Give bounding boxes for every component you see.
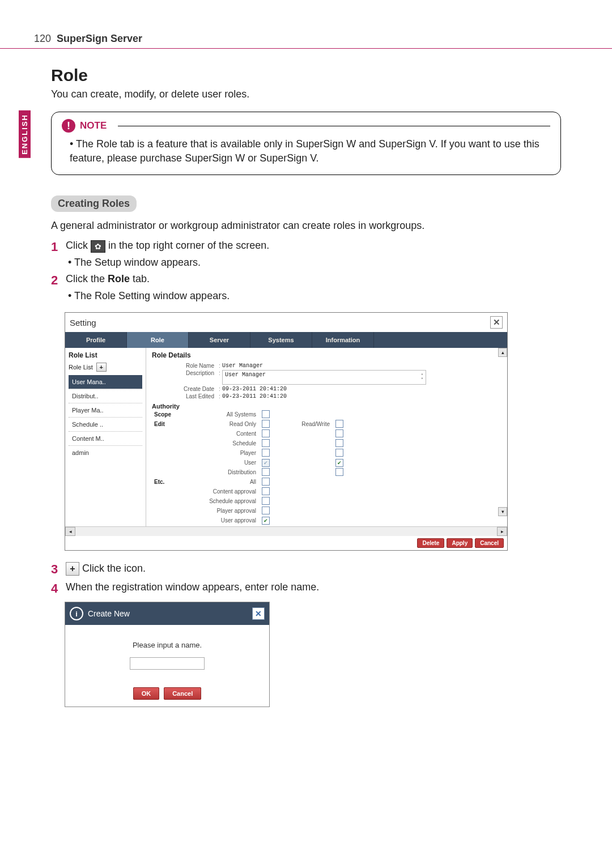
- checkbox-user-approval[interactable]: ✔: [262, 517, 270, 525]
- step-3-text: Click the icon.: [82, 563, 146, 574]
- name-input[interactable]: [130, 657, 205, 670]
- role-list-add-row: Role List +: [69, 363, 142, 372]
- section-title: SuperSign Server: [57, 33, 142, 45]
- row-user-approval: User approval: [188, 517, 262, 524]
- row-schedule-approval: Schedule approval: [188, 498, 262, 504]
- delete-button[interactable]: Delete: [417, 538, 444, 548]
- row-user: User: [188, 459, 262, 466]
- checkbox-schedule-rw[interactable]: [335, 439, 343, 447]
- scroll-left-icon[interactable]: ◂: [65, 527, 75, 536]
- create-date-value: 09-23-2011 20:41:20: [222, 386, 287, 392]
- role-item-schedule[interactable]: Schedule ..: [69, 417, 142, 431]
- cancel-button[interactable]: Cancel: [475, 538, 504, 548]
- dialog-cancel-button[interactable]: Cancel: [164, 687, 201, 700]
- page-title: Role: [51, 66, 561, 85]
- description-label: Description: [152, 370, 219, 376]
- role-list-label: Role List: [69, 364, 93, 371]
- scroll-down-icon[interactable]: ▾: [498, 507, 507, 516]
- authority-title: Authority: [152, 403, 497, 410]
- note-rule: [118, 126, 550, 126]
- role-item-admin[interactable]: admin: [69, 445, 142, 459]
- create-date-label: Create Date: [152, 386, 219, 392]
- tab-systems[interactable]: Systems: [250, 332, 312, 348]
- dialog-close-icon[interactable]: ✕: [252, 607, 265, 620]
- step-2-bold: Role: [108, 273, 130, 284]
- scroll-up-icon[interactable]: ▴: [498, 348, 507, 357]
- window-footer: Delete Apply Cancel: [65, 536, 507, 550]
- note-label: NOTE: [80, 120, 107, 131]
- tab-profile[interactable]: Profile: [65, 332, 127, 348]
- readonly-label: Read Only: [188, 421, 262, 427]
- row-player-approval: Player approval: [188, 508, 262, 514]
- checkbox-distribution-rw[interactable]: [335, 468, 343, 476]
- checkbox-user-ro[interactable]: ✔: [262, 459, 270, 467]
- step-2-text-a: Click the: [66, 273, 108, 284]
- row-content: Content: [188, 431, 262, 437]
- page-number: 120: [34, 33, 51, 45]
- checkbox-player-approval[interactable]: [262, 507, 270, 514]
- note-icon: !: [62, 119, 75, 133]
- scroll-right-icon[interactable]: ▸: [497, 527, 507, 536]
- add-role-button[interactable]: +: [96, 363, 107, 372]
- note-box: ! NOTE The Role tab is a feature that is…: [51, 112, 561, 175]
- tab-server[interactable]: Server: [189, 332, 250, 348]
- checkbox-all-systems[interactable]: [262, 410, 270, 418]
- step-4-text: When the registration window appears, en…: [66, 581, 561, 593]
- checkbox-content-ro[interactable]: [262, 429, 270, 437]
- role-item-user-manager[interactable]: User Mana..: [69, 375, 142, 389]
- step-1-text-a: Click: [66, 240, 91, 251]
- scope-label: Scope: [152, 411, 188, 418]
- description-field[interactable]: User Manager ▴▾: [222, 370, 426, 385]
- role-details-panel: Role Details Role Name : User Manager De…: [146, 348, 507, 526]
- checkbox-distribution-ro[interactable]: [262, 468, 270, 476]
- description-value: User Manager: [225, 372, 266, 383]
- page-content: Role You can create, modify, or delete u…: [0, 49, 612, 718]
- checkbox-user-rw[interactable]: ✔: [335, 459, 343, 467]
- note-body: The Role tab is a feature that is availa…: [70, 137, 550, 165]
- role-list-panel: Role List Role List + User Mana.. Distri…: [65, 348, 146, 526]
- checkbox-schedule-ro[interactable]: [262, 439, 270, 447]
- checkbox-player-rw[interactable]: [335, 449, 343, 457]
- row-distribution: Distribution: [188, 469, 262, 475]
- paragraph: A general administrator or workgroup adm…: [51, 220, 561, 232]
- close-icon[interactable]: ✕: [490, 316, 503, 329]
- create-new-dialog: i Create New ✕ Please input a name. OK C…: [65, 602, 270, 707]
- etc-label: Etc.: [152, 479, 188, 485]
- tab-bar: Profile Role Server Systems Information: [65, 332, 507, 348]
- apply-button[interactable]: Apply: [447, 538, 473, 548]
- role-list-title: Role List: [69, 351, 142, 359]
- tab-information[interactable]: Information: [312, 332, 374, 348]
- role-name-value: User Manager: [222, 363, 263, 369]
- step-3: 3 + Click the icon.: [51, 562, 561, 577]
- checkbox-readwrite-header[interactable]: [335, 420, 343, 428]
- spinner-icon[interactable]: ▴▾: [421, 372, 423, 383]
- role-name-label: Role Name: [152, 363, 219, 369]
- all-label: All: [188, 479, 262, 485]
- checkbox-all[interactable]: [262, 478, 270, 486]
- checkbox-content-approval[interactable]: [262, 487, 270, 495]
- step-1: 1 Click ✿ in the top right corner of the…: [51, 240, 561, 254]
- row-player: Player: [188, 450, 262, 456]
- last-edited-label: Last Edited: [152, 393, 219, 399]
- role-item-distribut[interactable]: Distribut..: [69, 389, 142, 403]
- step-number: 1: [51, 240, 66, 254]
- dialog-title: Create New: [88, 609, 130, 618]
- tab-role[interactable]: Role: [127, 332, 189, 348]
- role-item-content[interactable]: Content M..: [69, 431, 142, 445]
- info-icon: i: [70, 607, 83, 620]
- role-item-player[interactable]: Player Ma..: [69, 403, 142, 417]
- checkbox-player-ro[interactable]: [262, 449, 270, 457]
- row-schedule: Schedule: [188, 440, 262, 446]
- language-tab: ENGLISH: [19, 110, 31, 158]
- checkbox-content-rw[interactable]: [335, 429, 343, 437]
- role-details-title: Role Details: [152, 351, 497, 359]
- step-number: 2: [51, 273, 66, 288]
- checkbox-schedule-approval[interactable]: [262, 497, 270, 505]
- readwrite-label: Read/Write: [284, 421, 335, 427]
- ok-button[interactable]: OK: [133, 687, 160, 700]
- authority-grid: Scope All Systems Edit Read Only Read/Wr…: [152, 410, 497, 525]
- checkbox-readonly-header[interactable]: [262, 420, 270, 428]
- horizontal-scrollbar[interactable]: ◂ ▸: [65, 526, 507, 536]
- step-4: 4 When the registration window appears, …: [51, 581, 561, 596]
- step-2-text-c: tab.: [133, 273, 150, 284]
